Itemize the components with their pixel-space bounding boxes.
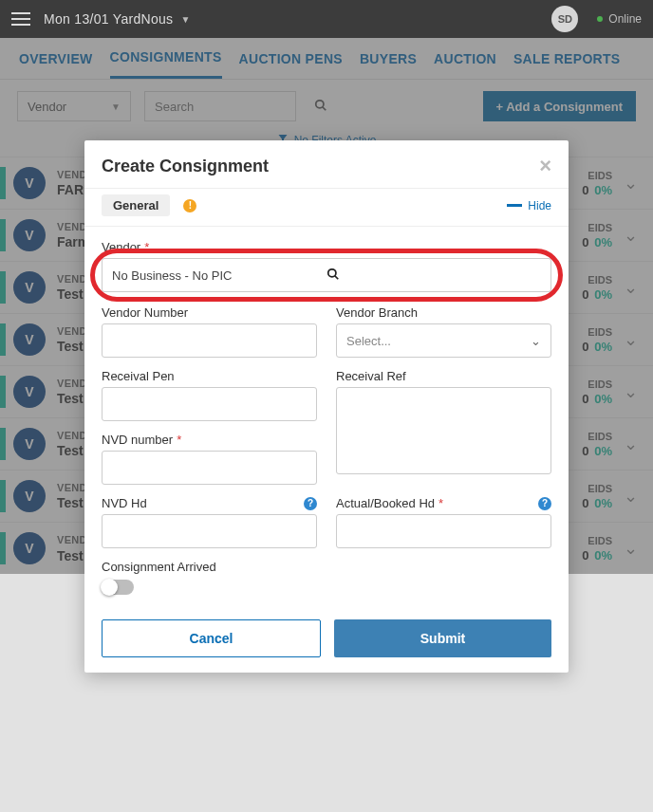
nvd-hd-label: NVD Hd ? bbox=[102, 496, 317, 510]
actual-booked-label: Actual/Booked Hd* ? bbox=[336, 496, 551, 510]
page-title[interactable]: Mon 13/01 YardNous bbox=[44, 11, 173, 27]
cancel-button[interactable]: Cancel bbox=[102, 619, 321, 657]
vendor-number-label: Vendor Number bbox=[102, 305, 317, 320]
search-icon[interactable] bbox=[326, 268, 541, 284]
consignment-arrived-label: Consignment Arrived bbox=[102, 560, 551, 574]
hide-toggle[interactable]: Hide bbox=[507, 199, 551, 212]
vendor-search-value: No Business - No PIC bbox=[112, 268, 326, 283]
create-consignment-modal: Create Consignment × General ! Hide Vend… bbox=[84, 140, 569, 673]
vendor-branch-label: Vendor Branch bbox=[336, 305, 551, 320]
svg-point-2 bbox=[328, 268, 336, 276]
section-general-pill[interactable]: General bbox=[102, 194, 170, 216]
avatar[interactable]: SD bbox=[551, 6, 578, 32]
consignment-arrived-toggle[interactable] bbox=[102, 580, 134, 595]
online-status: Online bbox=[608, 12, 642, 26]
actual-booked-input[interactable] bbox=[336, 514, 551, 548]
chevron-down-icon: ⌄ bbox=[531, 334, 541, 348]
svg-line-3 bbox=[335, 275, 339, 279]
dash-icon bbox=[507, 204, 522, 207]
submit-button[interactable]: Submit bbox=[334, 619, 551, 657]
help-icon[interactable]: ? bbox=[304, 497, 317, 510]
menu-icon[interactable] bbox=[11, 12, 30, 26]
vendor-search-field[interactable]: No Business - No PIC bbox=[102, 258, 551, 292]
top-bar: Mon 13/01 YardNous ▼ SD Online bbox=[0, 0, 653, 38]
close-icon[interactable]: × bbox=[539, 154, 551, 178]
help-icon[interactable]: ? bbox=[538, 497, 551, 510]
nvd-number-input[interactable] bbox=[102, 451, 317, 485]
vendor-branch-select[interactable]: Select... ⌄ bbox=[336, 323, 551, 358]
nvd-number-label: NVD number* bbox=[102, 433, 317, 447]
caret-down-icon[interactable]: ▼ bbox=[180, 14, 190, 25]
vendor-number-input[interactable] bbox=[102, 323, 317, 358]
receival-pen-label: Receival Pen bbox=[102, 369, 317, 383]
receival-pen-input[interactable] bbox=[102, 387, 317, 421]
receival-ref-input[interactable] bbox=[336, 387, 551, 474]
warning-icon: ! bbox=[183, 199, 196, 212]
online-dot-icon bbox=[597, 16, 603, 22]
receival-ref-label: Receival Ref bbox=[336, 369, 551, 383]
nvd-hd-input[interactable] bbox=[102, 514, 317, 548]
vendor-label: Vendor* bbox=[102, 240, 551, 254]
modal-title: Create Consignment bbox=[102, 157, 269, 176]
